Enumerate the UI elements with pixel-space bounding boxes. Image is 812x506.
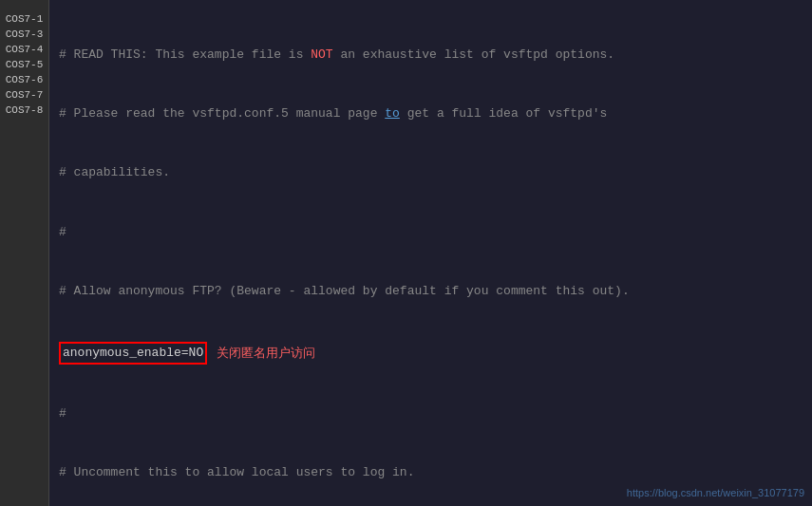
sidebar-item-cos7-3[interactable]: COS7-3 xyxy=(0,27,48,42)
line-3-text: # capabilities. xyxy=(59,163,170,183)
line-5: # Allow anonymous FTP? (Beware - allowed… xyxy=(59,282,803,302)
sidebar-item-cos7-4[interactable]: COS7-4 xyxy=(0,42,48,57)
line-5-text: # Allow anonymous FTP? (Beware - allowed… xyxy=(59,282,630,302)
anonymous-annotation: 关闭匿名用户访问 xyxy=(217,344,315,364)
line-1: # READ THIS: This example file is NOT an… xyxy=(59,46,803,66)
line-4-text: # xyxy=(59,223,66,243)
code-content: # READ THIS: This example file is NOT an… xyxy=(59,6,803,506)
line-2: # Please read the vsftpd.conf.5 manual p… xyxy=(59,104,803,124)
line-8-text: # Uncomment this to allow local users to… xyxy=(59,463,414,483)
line-7-text: # xyxy=(59,404,66,424)
line-2-text: # Please read the vsftpd.conf.5 manual p… xyxy=(59,104,607,124)
line-6: anonymous_enable=NO 关闭匿名用户访问 xyxy=(59,342,803,365)
line-8: # Uncomment this to allow local users to… xyxy=(59,463,803,483)
line-4: # xyxy=(59,223,803,243)
sidebar-item-cos7-8[interactable]: COS7-8 xyxy=(0,103,48,118)
watermark: https://blog.csdn.net/weixin_31077179 xyxy=(627,487,804,498)
sidebar-item-cos7-6[interactable]: COS7-6 xyxy=(0,72,48,87)
sidebar-item-cos7-1[interactable]: COS7-1 xyxy=(0,11,48,27)
sidebar-item-cos7-7[interactable]: COS7-7 xyxy=(0,87,48,103)
line-1-text: # READ THIS: This example file is NOT an… xyxy=(59,46,614,66)
anonymous-enable-config: anonymous_enable=NO xyxy=(59,342,207,365)
sidebar-item-cos7-5[interactable]: COS7-5 xyxy=(0,57,48,72)
line-7: # xyxy=(59,404,803,424)
code-editor: # READ THIS: This example file is NOT an… xyxy=(49,0,812,506)
line-3: # capabilities. xyxy=(59,163,803,183)
sidebar: COS7-1 COS7-3 COS7-4 COS7-5 COS7-6 COS7-… xyxy=(0,0,49,506)
